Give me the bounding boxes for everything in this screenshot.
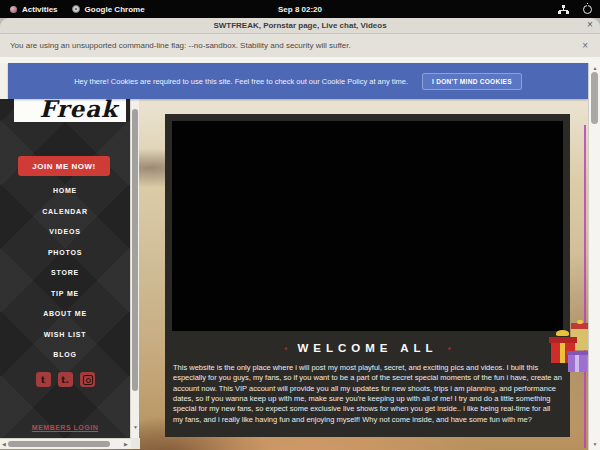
sidebar-item-calendar[interactable]: CALENDAR <box>0 202 130 223</box>
cookie-banner: Hey there! Cookies are required to use t… <box>8 63 588 99</box>
activities-button[interactable]: Activities <box>10 5 58 14</box>
cookie-message: Hey there! Cookies are required to use t… <box>74 77 408 86</box>
desktop-screen: Activities Google Chrome Sep 8 02:20 SWT… <box>0 0 600 450</box>
twitter-icon[interactable]: t <box>36 372 51 387</box>
cookie-accept-button[interactable]: I DON'T MIND COOKIES <box>422 73 522 90</box>
page-background-corner <box>0 63 8 99</box>
chrome-infobar: You are using an unsupported command-lin… <box>0 33 600 57</box>
system-top-bar: Activities Google Chrome Sep 8 02:20 <box>0 0 600 18</box>
sidebar-item-photos[interactable]: PHOTOS <box>0 243 130 264</box>
sidebar-item-blog[interactable]: BLOG <box>0 345 130 366</box>
members-login-link[interactable]: MEMBERS LOGIN <box>0 424 130 431</box>
app-menu-button[interactable]: Google Chrome <box>72 5 145 14</box>
sidebar-vertical-scrollbar[interactable]: ▼ <box>130 63 139 438</box>
sidebar-item-store[interactable]: STORE <box>0 263 130 284</box>
social-links: t t. <box>0 372 130 387</box>
power-icon[interactable] <box>583 5 592 14</box>
purple-gift-icon <box>568 351 587 372</box>
scrollbar-corner <box>131 438 140 449</box>
page-vertical-scrollbar-thumb[interactable] <box>591 72 598 124</box>
logo-script-freak: Freak <box>39 95 118 122</box>
scroll-down-icon[interactable]: ▼ <box>589 441 600 447</box>
tab-close-icon[interactable]: × <box>584 19 596 30</box>
about-paragraph: This website is the only place where i w… <box>173 363 562 425</box>
scroll-up-icon[interactable]: ▲ <box>589 65 600 71</box>
app-menu-label: Google Chrome <box>85 5 145 14</box>
sidebar-item-tip-me[interactable]: TIP ME <box>0 284 130 305</box>
chrome-app-icon <box>72 5 80 13</box>
bullet-icon: • <box>284 343 288 354</box>
system-tray[interactable] <box>558 0 592 18</box>
join-me-now-button[interactable]: JOIN ME NOW! <box>18 156 110 176</box>
welcome-heading: WELCOME ALL <box>297 342 437 354</box>
video-player[interactable] <box>172 121 563 331</box>
page-vertical-scrollbar[interactable]: ▲ ▼ <box>588 63 600 450</box>
sidebar-item-home[interactable]: HOME <box>0 181 130 202</box>
main-content-panel: • WELCOME ALL • This website is the only… <box>165 114 570 437</box>
tab-strip: SWTFREAK, Pornstar page, Live chat, Vide… <box>0 18 600 33</box>
welcome-heading-row: • WELCOME ALL • <box>165 342 570 354</box>
instagram-icon[interactable] <box>80 372 95 387</box>
sidebar-horizontal-scrollbar[interactable]: ◀ ▶ <box>0 438 139 449</box>
sidebar-item-videos[interactable]: VIDEOS <box>0 222 130 243</box>
sidebar-item-wish-list[interactable]: WISH LIST <box>0 325 130 346</box>
scroll-right-icon[interactable]: ▶ <box>124 441 128 447</box>
scroll-down-icon[interactable]: ▼ <box>131 424 140 430</box>
clock[interactable]: Sep 8 02:20 <box>278 5 322 14</box>
tumblr-icon[interactable]: t. <box>58 372 73 387</box>
infobar-message: You are using an unsupported command-lin… <box>0 41 351 50</box>
sidebar-vertical-scrollbar-thumb[interactable] <box>132 109 138 391</box>
activities-label: Activities <box>22 5 58 14</box>
tab-title: SWTFREAK, Pornstar page, Live chat, Vide… <box>213 21 386 30</box>
sidebar-menu: HOME CALENDAR VIDEOS PHOTOS STORE TIP ME… <box>0 181 130 366</box>
infobar-close-icon[interactable]: × <box>582 40 588 51</box>
activities-icon <box>10 6 17 13</box>
browser-tab[interactable]: SWTFREAK, Pornstar page, Live chat, Vide… <box>0 18 600 33</box>
background-accent-line <box>584 125 586 448</box>
network-icon[interactable] <box>558 5 569 14</box>
scroll-left-icon[interactable]: ◀ <box>2 441 6 447</box>
sidebar-item-about-me[interactable]: ABOUT ME <box>0 304 130 325</box>
sidebar-horizontal-scrollbar-thumb[interactable] <box>8 441 110 447</box>
bullet-icon: • <box>448 343 452 354</box>
sidebar: Swt Freak JOIN ME NOW! HOME CALENDAR VID… <box>0 63 130 438</box>
